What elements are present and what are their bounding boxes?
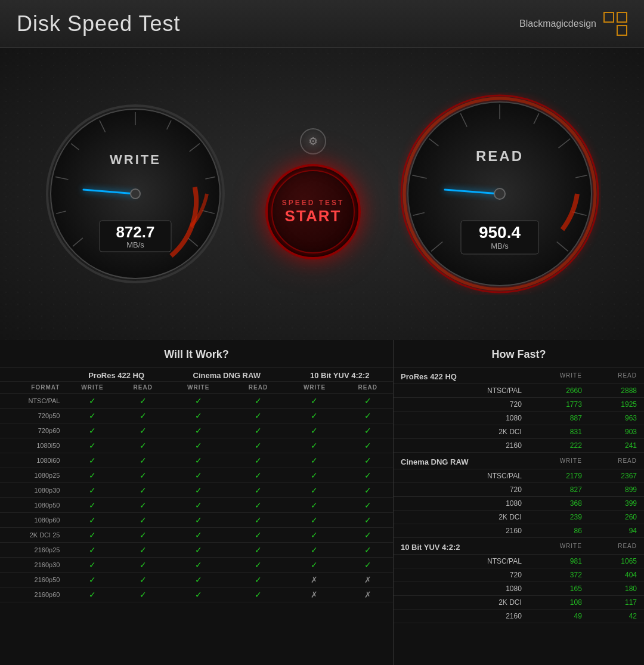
check-cell: ✓ [66, 483, 119, 498]
check-cell: ✓ [230, 423, 286, 438]
brand-logo-sq-2 [617, 12, 627, 23]
check-cell: ✓ [66, 468, 119, 483]
table-row: 1080p30✓✓✓✓✓✓ [0, 483, 393, 498]
write-value: 165 [529, 582, 589, 596]
check-icon: ✓ [311, 560, 318, 570]
check-cell: ✓ [287, 468, 343, 483]
check-icon: ✓ [195, 575, 202, 584]
check-cell: ✓ [287, 394, 343, 409]
read-value: 899 [589, 483, 644, 497]
check-cell: ✓ [342, 438, 393, 453]
cdng-read: READ [230, 382, 286, 394]
format-label: 1080p50 [0, 498, 66, 513]
write-value: 1773 [529, 398, 589, 412]
hf-data-row: 720 1773 1925 [394, 398, 644, 412]
write-value: 2660 [529, 384, 589, 398]
format-label: 1080p30 [0, 483, 66, 498]
check-icon: ✓ [364, 456, 371, 465]
svg-text:950.4: 950.4 [479, 223, 521, 242]
check-icon: ✓ [255, 575, 262, 584]
check-cell: ✓ [342, 409, 393, 423]
check-icon: ✓ [255, 441, 262, 450]
check-icon: ✓ [89, 545, 96, 555]
cross-icon: ✗ [311, 590, 318, 599]
check-cell: ✓ [342, 453, 393, 468]
yuv-write: WRITE [287, 382, 343, 394]
read-value: 399 [589, 497, 644, 511]
check-icon: ✓ [364, 530, 371, 540]
svg-text:MB/s: MB/s [126, 240, 144, 249]
format-label: 1080p60 [0, 513, 66, 528]
read-header: READ [589, 538, 644, 555]
format-label: 720p50 [0, 409, 66, 423]
write-value: 372 [529, 568, 589, 582]
check-cell: ✗ [342, 573, 393, 587]
hf-data-row: NTSC/PAL 981 1065 [394, 555, 644, 568]
format-label: 2160p50 [0, 573, 66, 587]
hf-data-row: 1080 368 399 [394, 497, 644, 511]
check-cell: ✗ [287, 587, 343, 602]
check-cell: ✓ [66, 409, 119, 423]
check-icon: ✓ [255, 590, 262, 599]
svg-text:WRITE: WRITE [110, 152, 161, 167]
check-icon: ✓ [195, 530, 202, 540]
write-header: WRITE [529, 367, 589, 384]
hf-data-row: 2K DCI 831 903 [394, 425, 644, 439]
check-icon: ✓ [255, 471, 262, 480]
check-icon: ✓ [89, 500, 96, 510]
cross-icon: ✗ [364, 590, 371, 599]
group-header-row: 10 Bit YUV 4:2:2 WRITE READ [394, 538, 644, 555]
check-icon: ✓ [364, 471, 371, 480]
start-button[interactable]: SPEED TEST START [265, 164, 361, 259]
check-cell: ✓ [66, 528, 119, 543]
check-cell: ✓ [119, 587, 167, 602]
check-cell: ✓ [287, 558, 343, 573]
prores-header: ProRes 422 HQ [66, 367, 167, 382]
check-icon: ✓ [89, 590, 96, 599]
read-header: READ [589, 367, 644, 384]
check-icon: ✓ [89, 426, 96, 435]
check-icon: ✓ [140, 456, 147, 465]
svg-text:MB/s: MB/s [491, 242, 509, 250]
check-icon: ✓ [140, 575, 147, 584]
check-icon: ✓ [364, 396, 371, 406]
svg-text:READ: READ [476, 148, 524, 164]
check-icon: ✓ [89, 456, 96, 465]
cross-icon: ✗ [311, 575, 318, 584]
yuv-header: 10 Bit YUV 4:2:2 [287, 367, 393, 382]
hf-row-label: 720 [394, 568, 529, 582]
check-icon: ✓ [255, 485, 262, 495]
data-section: Will It Work? ProRes 422 HQ Cinema DNG R… [0, 340, 644, 665]
gauges-section: WRITE 872.7 MB/s ⚙ SPEED TEST START [0, 48, 644, 340]
write-gauge-svg: WRITE 872.7 MB/s [43, 101, 228, 286]
check-icon: ✓ [364, 441, 371, 450]
hf-data-row: 1080 887 963 [394, 412, 644, 425]
format-label: 2160p25 [0, 543, 66, 558]
check-icon: ✓ [140, 471, 147, 480]
check-icon: ✓ [311, 441, 318, 450]
read-value: 1065 [589, 555, 644, 568]
check-cell: ✓ [287, 453, 343, 468]
check-icon: ✓ [311, 456, 318, 465]
table-row: 2160p25✓✓✓✓✓✓ [0, 543, 393, 558]
check-cell: ✓ [230, 483, 286, 498]
check-icon: ✓ [140, 411, 147, 420]
prores-write: WRITE [66, 382, 119, 394]
read-value: 117 [589, 596, 644, 610]
write-value: 222 [529, 439, 589, 453]
check-icon: ✓ [255, 456, 262, 465]
check-cell: ✓ [66, 587, 119, 602]
check-cell: ✓ [342, 423, 393, 438]
check-icon: ✓ [195, 500, 202, 510]
gear-button[interactable]: ⚙ [300, 128, 326, 154]
check-cell: ✓ [342, 483, 393, 498]
read-gauge: READ 950.4 MB/s [398, 92, 601, 295]
hf-data-row: 720 827 899 [394, 483, 644, 497]
read-gauge-svg: READ 950.4 MB/s [398, 92, 601, 295]
check-icon: ✓ [140, 515, 147, 525]
check-cell: ✓ [167, 528, 230, 543]
write-value: 108 [529, 596, 589, 610]
format-label: 2160p30 [0, 558, 66, 573]
check-cell: ✓ [167, 438, 230, 453]
check-icon: ✓ [195, 545, 202, 555]
